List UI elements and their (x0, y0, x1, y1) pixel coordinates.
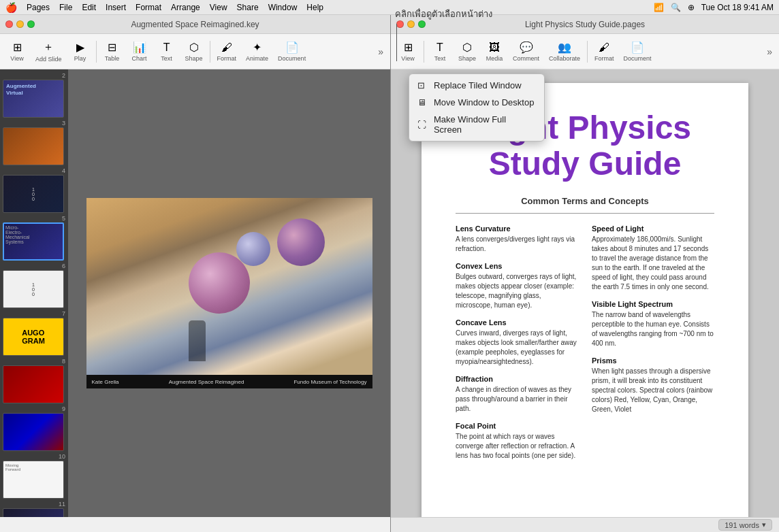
document-button-keynote[interactable]: 📄 Document (274, 39, 310, 64)
document-columns: Lens Curvature A lens converges/diverges… (456, 225, 714, 469)
menu-item-replace-tiled[interactable]: ⊡ Replace Tiled Window (409, 77, 544, 94)
caption-right: Fundo Museum of Technology (293, 379, 366, 385)
move-desktop-icon: 🖥 (417, 97, 428, 107)
minimize-button[interactable] (16, 20, 24, 28)
def-6: A change in direction of waves as they p… (456, 385, 578, 414)
format-icon-keynote: 🖌 (221, 41, 232, 54)
slide-item-11[interactable]: 11 (3, 501, 65, 517)
menu-insert[interactable]: Insert (106, 3, 126, 12)
document-icon-pages: 📄 (631, 41, 644, 54)
menubar: 🍎 Pages File Edit Insert Format Arrange … (0, 0, 779, 15)
slide-item-6[interactable]: 6 100 (3, 263, 65, 308)
right-column: Speed of Light Approximately 186,000mi/s… (592, 225, 714, 469)
slide-item-3[interactable]: 3 (3, 120, 65, 165)
shape-label-keynote: Shape (185, 55, 203, 62)
chart-button[interactable]: 📊 Chart (127, 39, 153, 64)
slide-item-7[interactable]: 7 AUGOGRAM (3, 310, 65, 356)
menu-file[interactable]: File (59, 3, 72, 12)
document-subtitle: Common Terms and Concepts (456, 196, 714, 206)
document-divider (456, 213, 714, 214)
apple-menu[interactable]: 🍎 (5, 2, 17, 13)
maximize-button[interactable] (27, 20, 35, 28)
document-button-pages[interactable]: 📄 Document (620, 39, 656, 64)
controlcenter-icon[interactable]: ⊕ (688, 3, 695, 12)
keynote-content: 2 AugmentedVirtual 3 4 100 (0, 69, 390, 517)
play-icon: ▶ (76, 41, 84, 54)
menu-edit[interactable]: Edit (82, 3, 96, 12)
toolbar-more[interactable]: » (375, 44, 386, 60)
slide-photo (86, 198, 372, 375)
menu-pages[interactable]: Pages (27, 3, 50, 12)
term-0: Lens Curvature (456, 225, 578, 233)
keynote-toolbar: ⊞ View ＋ Add Slide ▶ Play ⊟ Table 📊 Char… (0, 34, 390, 69)
caption-left: Kate Grella (92, 379, 119, 385)
document-label-keynote: Document (278, 55, 306, 62)
menu-item-move-desktop[interactable]: 🖥 Move Window to Desktop (409, 94, 544, 111)
toolbar-sep-2 (210, 41, 210, 63)
menu-format[interactable]: Format (136, 3, 161, 12)
collaborate-label: Collaborate (549, 55, 580, 62)
menu-window[interactable]: Window (268, 3, 298, 12)
main-slide-area[interactable]: Kate Grella Augmented Space Reimagined F… (68, 69, 390, 517)
term-1: Speed of Light (592, 225, 714, 233)
menu-view[interactable]: View (210, 3, 227, 12)
add-slide-button[interactable]: ＋ Add Slide (31, 38, 66, 65)
tooltip-line (396, 24, 397, 61)
add-slide-icon: ＋ (43, 40, 54, 54)
slide-caption: Kate Grella Augmented Space Reimagined F… (86, 375, 372, 388)
slide-item-5[interactable]: 5 Micro-Electro-MechanicalSystems (3, 215, 65, 261)
pages-toolbar-more[interactable]: » (764, 44, 775, 60)
menu-item-fullscreen[interactable]: ⛶ Make Window Full Screen (409, 111, 544, 138)
document-label-pages: Document (624, 55, 652, 62)
menu-help[interactable]: Help (306, 3, 323, 12)
collaborate-button[interactable]: 👥 Collaborate (545, 39, 584, 64)
def-7: The point at which rays or waves converg… (456, 432, 578, 461)
person-silhouette (189, 320, 206, 361)
slide-item-8[interactable]: 8 (3, 358, 65, 403)
slide-item-4[interactable]: 4 100 (3, 167, 65, 213)
menubar-right: 📶 🔍 ⊕ Tue Oct 18 9:41 AM (654, 3, 774, 12)
def-0: A lens converges/diverges light rays via… (456, 235, 578, 254)
caption-center: Augmented Space Reimagined (169, 379, 244, 385)
replace-tiled-icon: ⊡ (417, 80, 428, 90)
pages-toolbar-sep2 (587, 41, 588, 63)
slide-panel[interactable]: 2 AugmentedVirtual 3 4 100 (0, 69, 68, 517)
play-button[interactable]: ▶ Play (67, 39, 93, 64)
shape-button-keynote[interactable]: ⬡ Shape (181, 39, 207, 64)
menu-share[interactable]: Share (237, 3, 259, 12)
keynote-window: Augmented Space Reimagined.key ⊞ View ＋ … (0, 15, 391, 532)
table-label: Table (105, 55, 120, 62)
slide-item-10[interactable]: 10 MovingForward (3, 453, 65, 499)
slide-item-9[interactable]: 9 (3, 405, 65, 451)
wifi-icon: 📶 (654, 3, 664, 12)
word-count-button[interactable]: 191 words ▾ (718, 519, 772, 531)
format-label-keynote: Format (217, 55, 237, 62)
def-5: When light passes through a dispersive p… (592, 367, 714, 414)
keynote-title: Augmented Space Reimagined.key (131, 20, 259, 29)
chart-icon: 📊 (133, 41, 146, 54)
left-column: Lens Curvature A lens converges/diverges… (456, 225, 578, 469)
orb-1 (277, 218, 325, 266)
animate-button[interactable]: ✦ Animate (242, 39, 272, 64)
word-count-text: 191 words (725, 521, 759, 529)
view-button[interactable]: ⊞ View (4, 39, 30, 64)
term-6: Diffraction (456, 375, 578, 383)
term-3: Visible Light Spectrum (592, 300, 714, 308)
format-label-pages: Format (594, 55, 614, 62)
tooltip: คลิกเพื่อดูตัวเลือกหน้าต่าง (395, 7, 492, 61)
collaborate-icon: 👥 (558, 41, 571, 54)
text-button-keynote[interactable]: T Text (154, 39, 180, 64)
text-icon-keynote: T (163, 41, 170, 54)
menu-arrange[interactable]: Arrange (171, 3, 200, 12)
format-button-pages[interactable]: 🖌 Format (590, 39, 618, 64)
slide-item-2[interactable]: 2 AugmentedVirtual (3, 72, 65, 118)
term-2: Convex Lens (456, 262, 578, 270)
text-label-keynote: Text (161, 55, 172, 62)
close-button[interactable] (5, 20, 13, 28)
comment-button[interactable]: 💬 Comment (509, 39, 543, 64)
term-7: Focal Point (456, 422, 578, 430)
search-icon[interactable]: 🔍 (671, 3, 681, 12)
table-button[interactable]: ⊟ Table (99, 39, 125, 64)
add-slide-label: Add Slide (35, 56, 62, 63)
format-button-keynote[interactable]: 🖌 Format (213, 39, 241, 64)
